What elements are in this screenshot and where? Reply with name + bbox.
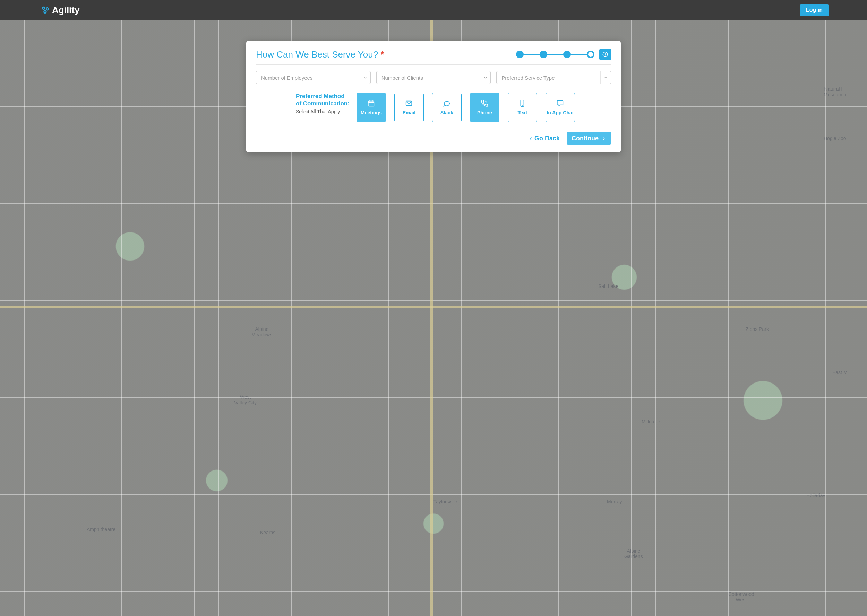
map-label: Amphitheatre — [87, 526, 115, 532]
communication-options: Meetings Email Slack Phone — [356, 93, 575, 122]
step-dot-3 — [563, 50, 571, 58]
svg-point-4 — [605, 53, 605, 54]
chevron-right-icon — [601, 136, 606, 141]
brand-logo[interactable]: Agility — [41, 5, 79, 16]
svg-rect-6 — [368, 101, 374, 106]
map-label: Natural Hi Museum o — [824, 86, 846, 97]
option-text[interactable]: Text — [508, 93, 537, 122]
map-label: Hogle Zoo — [824, 135, 846, 141]
svg-point-0 — [42, 7, 45, 9]
chevron-down-icon — [480, 71, 490, 84]
communication-label: Preferred Method of Communication: Selec… — [296, 93, 350, 114]
option-label: Email — [403, 110, 415, 115]
info-button[interactable] — [599, 49, 611, 60]
chat-icon — [443, 99, 451, 107]
clients-select[interactable]: Number of Clients — [376, 71, 491, 84]
chevron-left-icon — [528, 136, 533, 141]
step-bar — [524, 54, 540, 55]
map-label: Taylorsville — [434, 499, 457, 504]
modal-title-text: How Can We Best Serve You? — [256, 49, 378, 60]
svg-point-1 — [46, 8, 49, 10]
mobile-icon — [519, 99, 526, 107]
modal-title: How Can We Best Serve You? * — [256, 49, 384, 60]
comm-subtext: Select All That Apply — [296, 109, 350, 114]
option-phone[interactable]: Phone — [470, 93, 500, 122]
option-label: Meetings — [361, 110, 382, 115]
option-label: Text — [518, 110, 528, 115]
comm-heading-line2: of Communication: — [296, 100, 350, 107]
comm-heading-line1: Preferred Method — [296, 93, 345, 99]
step-dot-1 — [516, 50, 524, 58]
svg-point-11 — [522, 105, 523, 106]
chain-icon — [41, 6, 50, 14]
chevron-down-icon — [360, 71, 370, 84]
option-in-app-chat[interactable]: In App Chat — [545, 93, 575, 122]
phone-icon — [481, 99, 488, 107]
option-slack[interactable]: Slack — [432, 93, 462, 122]
brand-text: Agility — [52, 5, 79, 16]
go-back-button[interactable]: Go Back — [528, 135, 560, 142]
option-label: Slack — [440, 110, 453, 115]
step-dot-2 — [540, 50, 547, 58]
continue-label: Continue — [572, 135, 599, 142]
option-email[interactable]: Email — [394, 93, 424, 122]
select-placeholder: Number of Clients — [381, 75, 423, 81]
svg-rect-7 — [370, 100, 370, 102]
required-asterisk: * — [380, 49, 384, 60]
step-bar — [571, 54, 587, 55]
login-button[interactable]: Log in — [800, 4, 829, 16]
divider — [256, 64, 611, 65]
progress-stepper — [516, 50, 594, 58]
top-header: Agility Log in — [0, 0, 867, 20]
chevron-down-icon — [600, 71, 611, 84]
step-bar — [547, 54, 563, 55]
calendar-icon — [367, 99, 375, 107]
option-meetings[interactable]: Meetings — [356, 93, 386, 122]
map-label: Millcreek — [642, 419, 660, 424]
map-label: Alpine Gardens — [624, 548, 643, 559]
svg-point-2 — [44, 11, 46, 13]
map-label: Holladay — [806, 493, 825, 498]
select-placeholder: Preferred Service Type — [501, 75, 555, 81]
option-label: In App Chat — [547, 110, 574, 115]
map-label: East Mill — [832, 370, 851, 375]
map-label: West Valley City — [234, 394, 257, 405]
svg-rect-8 — [372, 100, 373, 102]
map-label: Zions Park — [746, 326, 769, 332]
message-icon — [556, 99, 564, 107]
info-icon — [602, 51, 608, 58]
map-label: Cottonwood West — [728, 591, 754, 602]
map-label: Alpine Meadows — [251, 326, 272, 338]
mail-icon — [405, 99, 413, 107]
svg-rect-5 — [605, 54, 605, 56]
step-dot-4 — [587, 50, 594, 58]
go-back-label: Go Back — [534, 135, 560, 142]
map-label: Salt Lake — [598, 283, 618, 289]
select-placeholder: Number of Employees — [261, 75, 312, 81]
employees-select[interactable]: Number of Employees — [256, 71, 371, 84]
option-label: Phone — [477, 110, 492, 115]
map-label: Murray — [607, 499, 622, 504]
map-label: Kearns — [260, 530, 275, 535]
continue-button[interactable]: Continue — [567, 132, 611, 145]
onboarding-modal: How Can We Best Serve You? * — [246, 41, 621, 152]
service-type-select[interactable]: Preferred Service Type — [496, 71, 611, 84]
